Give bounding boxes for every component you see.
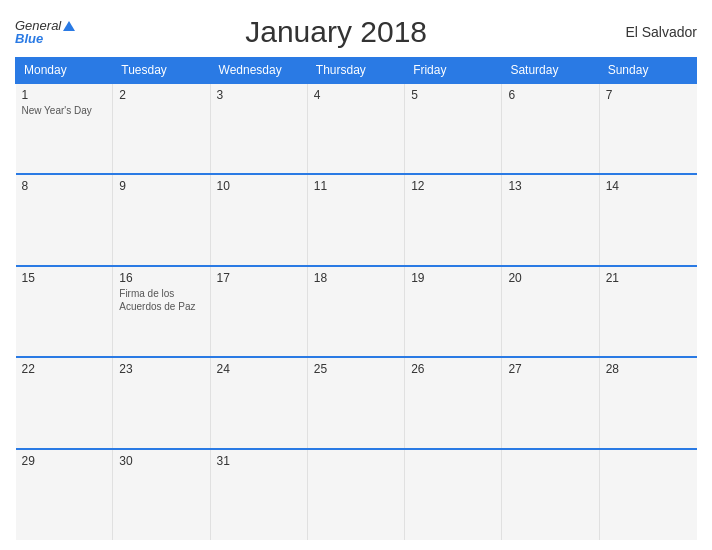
calendar-cell: 31 bbox=[210, 449, 307, 540]
calendar-table: MondayTuesdayWednesdayThursdayFridaySatu… bbox=[15, 57, 697, 540]
calendar-container: General Blue January 2018 El Salvador Mo… bbox=[0, 0, 712, 550]
day-number: 26 bbox=[411, 362, 493, 376]
calendar-cell: 18 bbox=[307, 266, 404, 357]
calendar-week-row: 1516Firma de los Acuerdos de Paz17181920… bbox=[16, 266, 697, 357]
calendar-cell: 25 bbox=[307, 357, 404, 448]
calendar-cell: 5 bbox=[405, 83, 502, 174]
calendar-cell: 11 bbox=[307, 174, 404, 265]
calendar-cell bbox=[405, 449, 502, 540]
calendar-cell: 13 bbox=[502, 174, 599, 265]
calendar-cell: 21 bbox=[599, 266, 696, 357]
calendar-cell bbox=[307, 449, 404, 540]
day-number: 10 bbox=[217, 179, 299, 193]
day-number: 31 bbox=[217, 454, 299, 468]
weekday-header-monday: Monday bbox=[16, 58, 113, 84]
calendar-cell: 27 bbox=[502, 357, 599, 448]
day-number: 14 bbox=[606, 179, 689, 193]
day-number: 8 bbox=[22, 179, 105, 193]
day-number: 3 bbox=[217, 88, 299, 102]
weekday-header-row: MondayTuesdayWednesdayThursdayFridaySatu… bbox=[16, 58, 697, 84]
calendar-cell bbox=[502, 449, 599, 540]
weekday-header-saturday: Saturday bbox=[502, 58, 599, 84]
day-number: 4 bbox=[314, 88, 396, 102]
day-number: 18 bbox=[314, 271, 396, 285]
calendar-week-row: 891011121314 bbox=[16, 174, 697, 265]
day-number: 19 bbox=[411, 271, 493, 285]
calendar-cell: 9 bbox=[113, 174, 210, 265]
day-number: 5 bbox=[411, 88, 493, 102]
logo-blue-text: Blue bbox=[15, 32, 75, 45]
calendar-cell: 7 bbox=[599, 83, 696, 174]
weekday-header-sunday: Sunday bbox=[599, 58, 696, 84]
day-number: 21 bbox=[606, 271, 689, 285]
weekday-header-wednesday: Wednesday bbox=[210, 58, 307, 84]
weekday-header-thursday: Thursday bbox=[307, 58, 404, 84]
weekday-header-tuesday: Tuesday bbox=[113, 58, 210, 84]
day-number: 28 bbox=[606, 362, 689, 376]
calendar-cell: 22 bbox=[16, 357, 113, 448]
day-number: 9 bbox=[119, 179, 201, 193]
day-number: 24 bbox=[217, 362, 299, 376]
calendar-header: General Blue January 2018 El Salvador bbox=[15, 10, 697, 57]
holiday-label: Firma de los Acuerdos de Paz bbox=[119, 287, 201, 313]
day-number: 7 bbox=[606, 88, 689, 102]
calendar-week-row: 293031 bbox=[16, 449, 697, 540]
calendar-week-row: 1New Year's Day234567 bbox=[16, 83, 697, 174]
calendar-cell: 12 bbox=[405, 174, 502, 265]
logo-triangle-icon bbox=[63, 21, 75, 31]
weekday-header-friday: Friday bbox=[405, 58, 502, 84]
country-label: El Salvador bbox=[597, 24, 697, 40]
calendar-cell: 17 bbox=[210, 266, 307, 357]
day-number: 2 bbox=[119, 88, 201, 102]
calendar-cell: 26 bbox=[405, 357, 502, 448]
day-number: 25 bbox=[314, 362, 396, 376]
day-number: 6 bbox=[508, 88, 590, 102]
logo: General Blue bbox=[15, 19, 75, 45]
holiday-label: New Year's Day bbox=[22, 104, 105, 117]
day-number: 15 bbox=[22, 271, 105, 285]
day-number: 13 bbox=[508, 179, 590, 193]
calendar-cell: 14 bbox=[599, 174, 696, 265]
day-number: 17 bbox=[217, 271, 299, 285]
day-number: 23 bbox=[119, 362, 201, 376]
calendar-title: January 2018 bbox=[75, 15, 597, 49]
calendar-cell bbox=[599, 449, 696, 540]
day-number: 30 bbox=[119, 454, 201, 468]
calendar-cell: 28 bbox=[599, 357, 696, 448]
calendar-cell: 19 bbox=[405, 266, 502, 357]
calendar-cell: 1New Year's Day bbox=[16, 83, 113, 174]
calendar-cell: 16Firma de los Acuerdos de Paz bbox=[113, 266, 210, 357]
day-number: 16 bbox=[119, 271, 201, 285]
calendar-cell: 30 bbox=[113, 449, 210, 540]
day-number: 22 bbox=[22, 362, 105, 376]
day-number: 20 bbox=[508, 271, 590, 285]
calendar-cell: 4 bbox=[307, 83, 404, 174]
calendar-cell: 29 bbox=[16, 449, 113, 540]
calendar-cell: 6 bbox=[502, 83, 599, 174]
calendar-cell: 20 bbox=[502, 266, 599, 357]
day-number: 27 bbox=[508, 362, 590, 376]
calendar-cell: 24 bbox=[210, 357, 307, 448]
calendar-cell: 23 bbox=[113, 357, 210, 448]
day-number: 29 bbox=[22, 454, 105, 468]
day-number: 1 bbox=[22, 88, 105, 102]
calendar-cell: 10 bbox=[210, 174, 307, 265]
calendar-cell: 8 bbox=[16, 174, 113, 265]
calendar-cell: 2 bbox=[113, 83, 210, 174]
calendar-cell: 3 bbox=[210, 83, 307, 174]
day-number: 12 bbox=[411, 179, 493, 193]
calendar-week-row: 22232425262728 bbox=[16, 357, 697, 448]
day-number: 11 bbox=[314, 179, 396, 193]
calendar-cell: 15 bbox=[16, 266, 113, 357]
